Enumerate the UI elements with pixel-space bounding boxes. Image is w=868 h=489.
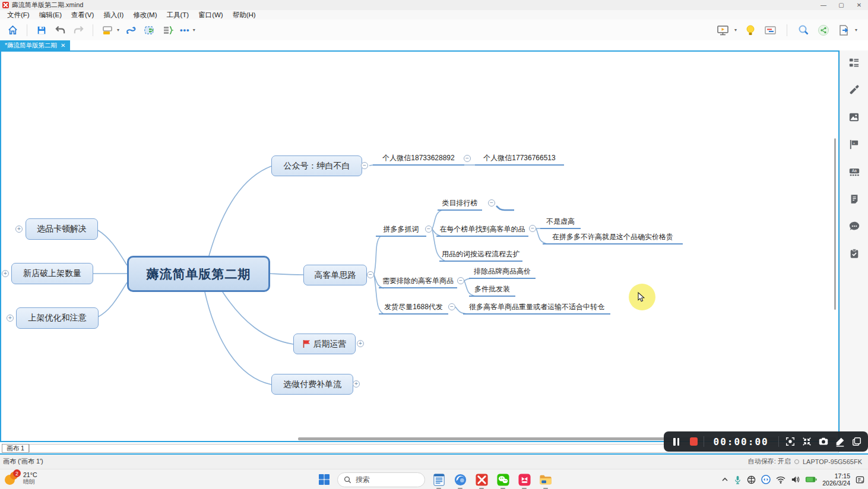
task-icon[interactable] — [848, 247, 860, 259]
central-topic[interactable]: 薅流简单版第二期 — [127, 256, 270, 292]
minimize-button[interactable]: — — [815, 0, 832, 10]
topic-houqi[interactable]: 后期运营 — [293, 334, 356, 354]
topic-pdd-price[interactable]: 在拼多多不许高就是这个品确实价格贵 — [543, 233, 683, 244]
taskbar-app-xmind[interactable] — [474, 472, 489, 487]
pause-button[interactable] — [673, 438, 679, 446]
topic-exclude-brand[interactable]: 排除品牌商品高价 — [469, 267, 536, 279]
camera-icon[interactable] — [818, 436, 829, 447]
weather-widget[interactable]: 2 21°C 晴朗 — [5, 471, 37, 485]
region-select-icon[interactable] — [785, 436, 796, 447]
expand-marker[interactable]: + — [2, 270, 9, 277]
stop-button[interactable] — [690, 437, 698, 446]
export-dropdown-icon[interactable]: ▾ — [855, 27, 857, 33]
collapse-marker[interactable]: − — [529, 225, 536, 232]
taskbar-search[interactable]: 搜索 — [337, 472, 425, 487]
volume-icon[interactable] — [791, 475, 800, 484]
topic-paid-flow[interactable]: 选做付费补单流 — [271, 374, 353, 395]
notification-icon[interactable] — [856, 475, 864, 484]
collapse-marker[interactable]: − — [464, 155, 471, 162]
collapse-marker[interactable]: − — [367, 271, 374, 278]
collapse-marker[interactable]: − — [488, 199, 495, 207]
topic-xindian[interactable]: 新店破上架数量 — [11, 263, 93, 284]
topic-not-inflated[interactable]: 不是虚高 — [540, 217, 581, 229]
close-button[interactable]: ✕ — [850, 0, 868, 10]
topic-gaokedan[interactable]: 高客单思路 — [303, 265, 367, 285]
more-dropdown-icon[interactable]: ▾ — [193, 27, 195, 33]
presentation-icon[interactable] — [717, 24, 730, 37]
more-icon[interactable]: ••• — [180, 26, 190, 34]
tray-chevron-up-icon[interactable] — [721, 476, 728, 483]
outline-icon[interactable] — [848, 56, 860, 68]
timeline-icon[interactable] — [764, 24, 777, 37]
document-tab[interactable]: *薅流简单版第二期 ✕ — [0, 40, 70, 50]
lightbulb-icon[interactable] — [744, 24, 757, 37]
topic-shangjia[interactable]: 上架优化和注意 — [16, 307, 99, 329]
marker-flag-icon[interactable]: + — [848, 138, 860, 150]
save-icon[interactable] — [35, 24, 48, 37]
menu-window[interactable]: 窗口(W) — [194, 10, 228, 20]
expand-marker[interactable]: + — [7, 315, 14, 322]
image-icon[interactable] — [848, 111, 860, 123]
menu-tools[interactable]: 工具(T) — [161, 10, 194, 20]
topic-wechat-1[interactable]: 个人微信18733628892 — [373, 154, 464, 166]
notes-icon[interactable] — [848, 193, 860, 205]
pen-icon[interactable] — [835, 436, 845, 447]
clock[interactable]: 17:15 2026/3/24 — [822, 472, 850, 487]
taskbar-app-browser[interactable] — [452, 472, 468, 487]
menu-file[interactable]: 文件(F) — [2, 10, 34, 20]
topic-category-rank[interactable]: 类目排行榜 — [438, 199, 482, 211]
collapse-arrows-icon[interactable] — [802, 436, 812, 447]
menu-modify[interactable]: 修改(M) — [128, 10, 161, 20]
tab-close-icon[interactable]: ✕ — [61, 42, 65, 49]
search-icon[interactable] — [797, 24, 810, 37]
theme-icon[interactable] — [101, 24, 114, 37]
sheet-tab[interactable]: 画布 1 — [2, 444, 29, 453]
label-icon[interactable]: Aa — [848, 166, 860, 177]
ime-icon[interactable] — [747, 475, 756, 484]
collapse-marker[interactable]: − — [448, 303, 455, 310]
topic-heavy-goods[interactable]: 很多高客单商品重量或者运输不适合中转仓 — [463, 303, 610, 315]
format-brush-icon[interactable] — [848, 84, 860, 96]
topic-xuanpin[interactable]: 选品卡顿解决 — [26, 218, 98, 240]
start-button[interactable] — [316, 472, 331, 487]
menu-insert[interactable]: 插入(I) — [99, 10, 128, 20]
share-icon[interactable] — [817, 24, 830, 37]
theme-dropdown-icon[interactable]: ▾ — [117, 27, 119, 33]
teamviewer-icon[interactable] — [761, 475, 771, 484]
topic-multi-pack[interactable]: 多件批发装 — [469, 285, 515, 297]
maximize-button[interactable]: ▢ — [832, 0, 850, 10]
topic-ship-1688[interactable]: 发货尽量1688代发 — [379, 303, 448, 315]
taskbar-app-notes[interactable] — [431, 472, 446, 487]
comment-icon[interactable] — [848, 220, 860, 232]
topic-find-high[interactable]: 在每个榜单找到高客单的品 — [436, 225, 528, 237]
taskbar-app-video[interactable] — [517, 472, 532, 487]
battery-icon[interactable] — [805, 476, 817, 483]
topic-gongzhonghao[interactable]: 公众号：绅白不白 — [271, 155, 362, 176]
collapse-marker[interactable]: − — [361, 162, 368, 169]
home-icon[interactable] — [6, 24, 19, 37]
expand-marker[interactable]: + — [357, 340, 364, 347]
undo-icon[interactable] — [53, 24, 66, 37]
mindmap-canvas[interactable] — [0, 50, 840, 442]
wifi-icon[interactable] — [776, 476, 785, 484]
boundary-icon[interactable] — [143, 24, 156, 37]
menu-view[interactable]: 查看(V) — [66, 10, 99, 20]
taskbar-app-files[interactable] — [538, 472, 553, 487]
vertical-scrollbar[interactable] — [834, 138, 836, 310]
menu-help[interactable]: 帮助(H) — [228, 10, 261, 20]
redo-icon[interactable] — [72, 24, 85, 37]
taskbar-app-wechat[interactable] — [495, 472, 511, 487]
collapse-marker[interactable]: − — [425, 226, 432, 233]
presentation-dropdown-icon[interactable]: ▾ — [734, 27, 737, 33]
menu-edit[interactable]: 编辑(E) — [34, 10, 66, 20]
topic-pdd-words[interactable]: 拼多多抓词 — [376, 225, 426, 237]
windows-copy-icon[interactable] — [851, 436, 862, 447]
expand-marker[interactable]: + — [353, 380, 360, 388]
expand-marker[interactable]: + — [15, 226, 23, 233]
export-icon[interactable] — [837, 24, 850, 37]
collapse-marker[interactable]: − — [457, 277, 464, 284]
topic-expand-words[interactable]: 用品的词按远程流程去扩 — [439, 250, 522, 262]
topic-wechat-2[interactable]: 个人微信17736766513 — [475, 154, 564, 166]
relationship-icon[interactable] — [125, 24, 138, 37]
microphone-icon[interactable] — [734, 475, 742, 484]
